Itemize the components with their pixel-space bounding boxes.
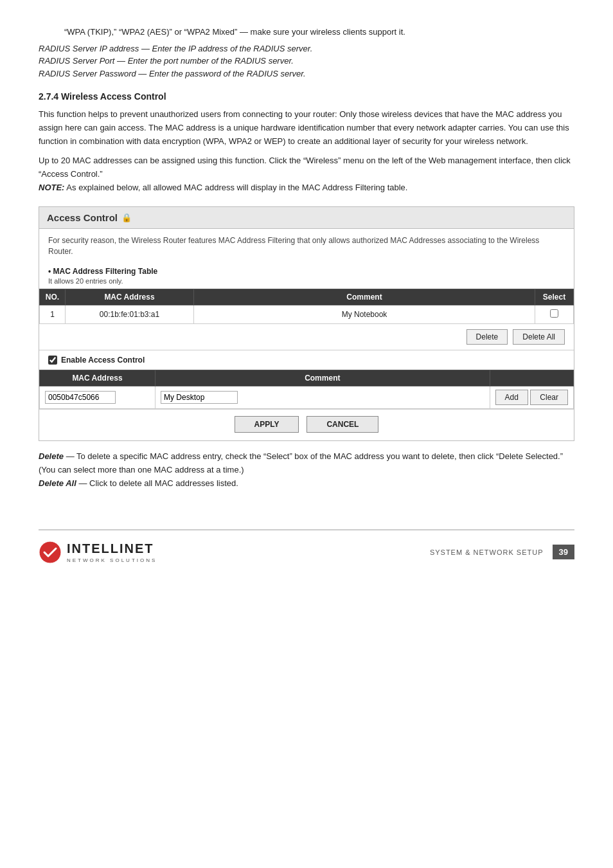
- add-action-cell: Add Clear: [490, 386, 573, 409]
- col-header-comment: Comment: [194, 289, 535, 305]
- clear-button[interactable]: Clear: [530, 390, 568, 405]
- mac-table-sub: It allows 20 entries only.: [39, 277, 574, 289]
- mac-address-table: NO. MAC Address Comment Select 1 00:1b:f…: [39, 289, 574, 324]
- note-label: NOTE:: [39, 183, 64, 192]
- add-button[interactable]: Add: [495, 390, 528, 405]
- section-heading: 2.7.4 Wireless Access Control: [39, 91, 574, 102]
- add-mac-row: Add Clear: [40, 386, 574, 409]
- mac-bullet-label: • MAC Address Filtering Table: [48, 267, 157, 276]
- ac-description: For security reason, the Wireless Router…: [39, 229, 574, 261]
- add-col-header-comment: Comment: [155, 370, 490, 386]
- wpa-quote: “WPA (TKIP),” “WPA2 (AES)” or “WPA2 Mixe…: [39, 26, 574, 39]
- mac-table-label: • MAC Address Filtering Table: [39, 260, 574, 277]
- radius-ip-text: RADIUS Server IP address — Enter the IP …: [39, 42, 574, 55]
- delete-all-note-text: — Click to delete all MAC addresses list…: [76, 478, 238, 488]
- row-no: 1: [40, 305, 66, 324]
- apply-cancel-row: APPLY CANCEL: [39, 409, 574, 440]
- footer-notes: Delete — To delete a specific MAC addres…: [39, 450, 574, 490]
- logo-area: INTELLINET NETWORK SOLUTIONS: [39, 541, 157, 564]
- ac-header: Access Control 🔒: [39, 207, 574, 229]
- radius-ip-label: RADIUS Server IP address — Enter the IP …: [39, 44, 312, 53]
- col-header-select: Select: [535, 289, 574, 305]
- radius-password-text: RADIUS Server Password — Enter the passw…: [39, 68, 574, 80]
- delete-note: Delete — To delete a specific MAC addres…: [39, 450, 574, 477]
- radius-port-label: RADIUS Server Port — Enter the port numb…: [39, 56, 294, 66]
- comment-input[interactable]: [161, 391, 238, 404]
- add-col-header-action: [490, 370, 573, 386]
- access-control-box: Access Control 🔒 For security reason, th…: [39, 206, 574, 442]
- lock-icon: 🔒: [121, 213, 132, 222]
- cancel-button[interactable]: CANCEL: [306, 416, 378, 433]
- add-col-header-mac: MAC Address: [40, 370, 155, 386]
- delete-all-note-label: Delete All: [39, 478, 76, 488]
- table-row: 1 00:1b:fe:01:b3:a1 My Notebook: [40, 305, 574, 324]
- add-comment-cell: [155, 386, 490, 409]
- delete-note-label: Delete: [39, 451, 64, 461]
- body-text-1: This function helps to prevent unauthori…: [39, 108, 574, 148]
- add-mac-cell: [40, 386, 155, 409]
- enable-access-control-label: Enable Access Control: [61, 356, 145, 365]
- col-header-mac: MAC Address: [66, 289, 194, 305]
- row-mac: 00:1b:fe:01:b3:a1: [66, 305, 194, 324]
- apply-button[interactable]: APPLY: [235, 416, 299, 433]
- delete-all-note: Delete All — Click to delete all MAC add…: [39, 477, 574, 491]
- logo-text-area: INTELLINET NETWORK SOLUTIONS: [67, 541, 157, 563]
- row-comment: My Notebook: [194, 305, 535, 324]
- logo-main-text: INTELLINET: [67, 541, 157, 556]
- ac-title: Access Control: [47, 212, 118, 223]
- body2-main: Up to 20 MAC addresses can be assigned u…: [39, 156, 571, 179]
- svg-point-0: [39, 541, 61, 563]
- logo-sub-text: NETWORK SOLUTIONS: [67, 557, 157, 563]
- page-number-badge: 39: [553, 545, 574, 559]
- radius-password-label: RADIUS Server Password — Enter the passw…: [39, 69, 306, 78]
- note-text: As explained below, all allowed MAC addr…: [64, 183, 407, 192]
- delete-buttons-row: Delete Delete All: [39, 324, 574, 350]
- page-footer: INTELLINET NETWORK SOLUTIONS SYSTEM & NE…: [39, 529, 574, 564]
- body-text-2: Up to 20 MAC addresses can be assigned u…: [39, 154, 574, 194]
- intellinet-logo-icon: [39, 541, 62, 564]
- footer-right: SYSTEM & NETWORK SETUP 39: [430, 545, 574, 559]
- radius-port-text: RADIUS Server Port — Enter the port numb…: [39, 55, 574, 68]
- enable-access-control-row: Enable Access Control: [39, 350, 574, 370]
- delete-button[interactable]: Delete: [466, 329, 508, 345]
- delete-all-button[interactable]: Delete All: [513, 329, 565, 345]
- select-checkbox[interactable]: [550, 309, 558, 318]
- add-mac-table: MAC Address Comment Add Clear: [39, 370, 574, 409]
- col-header-no: NO.: [40, 289, 66, 305]
- intro-section: “WPA (TKIP),” “WPA2 (AES)” or “WPA2 Mixe…: [39, 26, 574, 80]
- mac-address-input[interactable]: [45, 391, 116, 404]
- row-select[interactable]: [535, 305, 574, 324]
- enable-access-control-checkbox[interactable]: [48, 356, 57, 365]
- delete-note-text: — To delete a specific MAC address entry…: [39, 451, 563, 475]
- footer-section-label: SYSTEM & NETWORK SETUP: [430, 548, 544, 556]
